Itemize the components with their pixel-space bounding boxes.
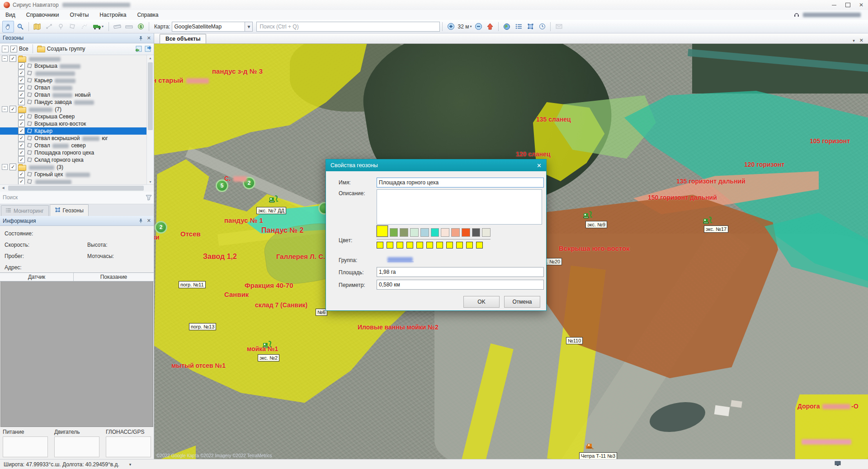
scale-dropdown[interactable]: 32 м ▾ bbox=[458, 23, 472, 30]
tree-item[interactable]: ✓Отвал север bbox=[0, 142, 154, 149]
item-checkbox[interactable]: ✓ bbox=[18, 171, 25, 178]
tree-vertical-scrollbar[interactable]: ▲ ▼ bbox=[146, 55, 154, 184]
waypoint-button[interactable] bbox=[55, 21, 66, 32]
tree-item[interactable]: ✓Карьер bbox=[0, 127, 154, 135]
map-combo-arrow[interactable]: ▾ bbox=[245, 22, 253, 32]
tree-item[interactable]: ✓Вскрыша bbox=[0, 62, 154, 70]
color-swatch[interactable] bbox=[462, 228, 470, 237]
close-button[interactable]: ✕ bbox=[854, 0, 868, 10]
ok-button[interactable]: OK bbox=[463, 296, 500, 308]
tab-list-dropdown-icon[interactable]: ▾ bbox=[853, 38, 855, 43]
name-field[interactable] bbox=[377, 178, 544, 188]
item-checkbox[interactable]: ✓ bbox=[18, 142, 25, 149]
zoom-tool-button[interactable] bbox=[15, 21, 26, 32]
item-checkbox[interactable]: ✓ bbox=[18, 120, 25, 127]
collapse-icon[interactable]: − bbox=[2, 56, 8, 61]
tab-close-icon[interactable]: ✕ bbox=[859, 38, 863, 43]
tree-item[interactable]: ✓Карьер bbox=[0, 77, 154, 84]
menu-item-Справочники[interactable]: Справочники bbox=[21, 10, 65, 20]
item-checkbox[interactable]: ✓ bbox=[18, 149, 25, 156]
tree-group-row[interactable]: −✓ bbox=[0, 55, 154, 62]
group-checkbox[interactable]: ✓ bbox=[9, 55, 16, 62]
collapse-all-button[interactable]: − bbox=[2, 46, 9, 52]
all-checkbox[interactable]: ✓ bbox=[10, 46, 17, 52]
item-checkbox[interactable]: ✓ bbox=[18, 156, 25, 163]
measure-ruler-button[interactable] bbox=[112, 21, 123, 32]
route-button[interactable] bbox=[43, 21, 54, 32]
pin-icon[interactable] bbox=[138, 218, 143, 223]
color-swatch[interactable] bbox=[451, 228, 460, 237]
color-swatch[interactable] bbox=[441, 228, 449, 237]
tab-Геозоны[interactable]: Геозоны bbox=[50, 204, 89, 216]
tree-item[interactable]: ✓Вскрыша Север bbox=[0, 113, 154, 120]
menu-item-Вид[interactable]: Вид bbox=[0, 10, 21, 20]
close-panel-icon[interactable]: ✕ bbox=[147, 35, 151, 41]
item-checkbox[interactable]: ✓ bbox=[18, 178, 25, 184]
color-swatch[interactable] bbox=[410, 228, 419, 237]
tab-all-objects[interactable]: Все объекты bbox=[160, 34, 206, 43]
filter-icon[interactable] bbox=[146, 195, 152, 201]
tree-item[interactable]: ✓Отвал новый bbox=[0, 91, 154, 98]
menu-item-Справка[interactable]: Справка bbox=[132, 10, 164, 20]
group-checkbox[interactable]: ✓ bbox=[9, 106, 16, 113]
perimeter-field[interactable] bbox=[377, 280, 544, 290]
map-provider-combo[interactable]: GoogleSatelliteMap bbox=[172, 22, 245, 32]
area-field[interactable] bbox=[377, 267, 544, 277]
pin-icon[interactable] bbox=[138, 36, 143, 41]
pan-tool-button[interactable] bbox=[2, 21, 14, 33]
legend-button[interactable] bbox=[513, 21, 524, 32]
tree-item[interactable]: ✓Горный цех bbox=[0, 171, 154, 178]
tree-item[interactable]: ✓Склад горного цеха bbox=[0, 156, 154, 164]
zoom-out-button[interactable] bbox=[473, 21, 484, 32]
maximize-button[interactable] bbox=[841, 0, 854, 10]
item-checkbox[interactable]: ✓ bbox=[18, 70, 25, 76]
tree-item[interactable]: ✓Вскрыша юго-восток bbox=[0, 120, 154, 127]
measure-path-button[interactable] bbox=[123, 21, 134, 32]
color-swatch[interactable] bbox=[482, 228, 491, 237]
recent-color-swatch[interactable] bbox=[446, 242, 453, 249]
export-icon[interactable] bbox=[144, 46, 152, 52]
track-button[interactable] bbox=[79, 21, 90, 32]
tree-item[interactable]: ✓Площадка горного цеха bbox=[0, 149, 154, 156]
recent-color-swatch[interactable] bbox=[436, 242, 443, 249]
dialog-close-icon[interactable]: ✕ bbox=[537, 162, 542, 169]
color-swatch[interactable] bbox=[390, 228, 398, 237]
coordinates-dropdown-icon[interactable]: ▾ bbox=[129, 462, 132, 467]
recent-color-swatch[interactable] bbox=[456, 242, 463, 249]
color-swatch[interactable] bbox=[472, 228, 481, 237]
home-view-button[interactable] bbox=[485, 21, 495, 32]
recent-color-swatch[interactable] bbox=[396, 242, 403, 249]
geozones-mode-button[interactable] bbox=[525, 21, 536, 32]
globe-button[interactable] bbox=[501, 21, 512, 32]
collapse-icon[interactable]: − bbox=[2, 164, 8, 170]
tree-item[interactable]: ✓ bbox=[0, 70, 154, 77]
polygon-edit-button[interactable] bbox=[67, 21, 78, 32]
recent-color-swatch[interactable] bbox=[426, 242, 433, 249]
cost-button[interactable]: $ bbox=[135, 21, 146, 32]
recent-color-swatch[interactable] bbox=[377, 242, 383, 249]
item-checkbox[interactable]: ✓ bbox=[18, 135, 25, 141]
tree-item[interactable]: ✓Отвал bbox=[0, 84, 154, 91]
item-checkbox[interactable]: ✓ bbox=[18, 113, 25, 120]
vehicle-button[interactable]: ▾ bbox=[90, 21, 106, 32]
collapse-icon[interactable]: − bbox=[2, 106, 8, 112]
group-link[interactable] bbox=[387, 256, 414, 262]
close-panel-icon[interactable]: ✕ bbox=[147, 218, 151, 224]
recent-color-swatch[interactable] bbox=[406, 242, 413, 249]
color-swatch[interactable] bbox=[431, 228, 439, 237]
create-group-button[interactable]: Создать группу bbox=[47, 46, 85, 52]
tree-group-row[interactable]: −✓ (7) bbox=[0, 106, 154, 113]
item-checkbox[interactable]: ✓ bbox=[18, 91, 25, 98]
color-swatch[interactable] bbox=[420, 228, 429, 237]
recent-color-swatch[interactable] bbox=[387, 242, 393, 249]
import-icon[interactable] bbox=[135, 46, 142, 52]
group-checkbox[interactable]: ✓ bbox=[9, 164, 16, 170]
zoom-in-button[interactable] bbox=[445, 21, 456, 32]
history-button[interactable] bbox=[537, 21, 547, 32]
recent-color-swatch[interactable] bbox=[476, 242, 483, 249]
minimize-button[interactable] bbox=[827, 0, 841, 10]
tree-item[interactable]: ✓Отвал вскрышной юг bbox=[0, 135, 154, 142]
tree-horizontal-scrollbar[interactable]: ◀ bbox=[0, 184, 154, 192]
menu-item-Отчёты[interactable]: Отчёты bbox=[64, 10, 94, 20]
dialog-title-bar[interactable]: Свойства геозоны ✕ bbox=[326, 159, 546, 171]
